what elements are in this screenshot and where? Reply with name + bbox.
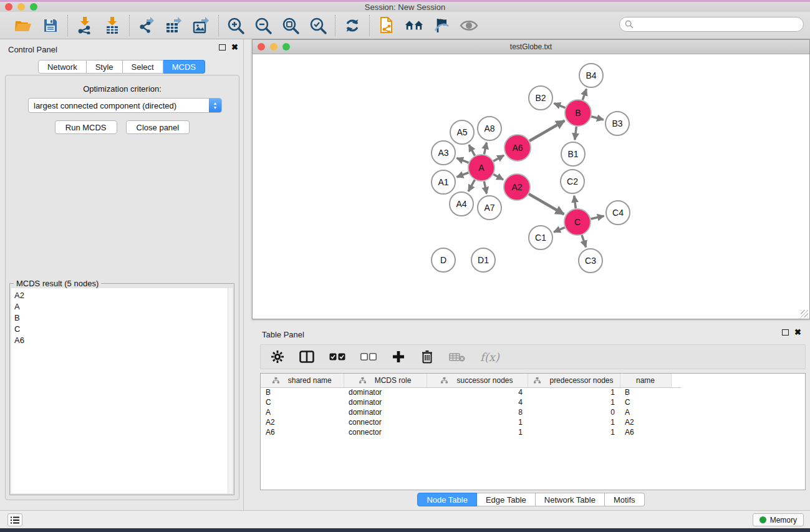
deselect-all-button[interactable] (360, 349, 377, 364)
zoom-selected-button[interactable] (309, 16, 327, 35)
edge-A-A2[interactable] (493, 175, 503, 180)
node-C3[interactable]: C3 (579, 249, 602, 273)
edge-C-C3[interactable] (582, 235, 586, 247)
node-A2[interactable]: A2 (504, 174, 530, 200)
resize-grip[interactable] (801, 310, 808, 317)
node-A8[interactable]: A8 (478, 117, 501, 140)
function-builder-button[interactable]: f(x) (480, 349, 499, 364)
edge-A-A4[interactable] (468, 180, 475, 191)
refresh-button[interactable] (343, 16, 362, 35)
table-row[interactable]: Cdominator41C (261, 397, 681, 407)
delete-table-button[interactable] (449, 349, 465, 364)
edge-A-A8[interactable] (484, 143, 486, 155)
node-A1[interactable]: A1 (432, 170, 455, 194)
column-header-name[interactable]: name (620, 374, 671, 387)
mcds-result-list[interactable]: A2ABCA6 (11, 288, 228, 493)
edge-A-A7[interactable] (484, 181, 486, 194)
node-B1[interactable]: B1 (561, 142, 585, 166)
column-header-shared-name[interactable]: shared name (261, 374, 344, 387)
node-D1[interactable]: D1 (471, 248, 495, 272)
tab-network[interactable]: Network (38, 60, 87, 74)
save-session-button[interactable] (41, 16, 60, 35)
edge-A6-B[interactable] (529, 120, 564, 141)
node-A3[interactable]: A3 (432, 141, 455, 165)
task-history-button[interactable] (7, 513, 22, 526)
table-float-icon[interactable] (782, 329, 789, 336)
hide-graphics-button[interactable] (432, 16, 451, 35)
node-A6[interactable]: A6 (504, 135, 531, 161)
table-tab-network-table[interactable]: Network Table (536, 493, 605, 506)
tab-style[interactable]: Style (87, 60, 123, 74)
network-canvas[interactable]: B4B2BB3A5A8A6A3B1AC2A1A2A4A7C4CC1C3DD1 (253, 54, 809, 319)
import-network-button[interactable] (75, 16, 94, 35)
edge-A-A1[interactable] (457, 173, 469, 177)
node-A7[interactable]: A7 (478, 196, 501, 220)
result-item[interactable]: A2 (14, 290, 228, 301)
column-header-predecessor-nodes[interactable]: predecessor nodes (528, 374, 620, 387)
node-C[interactable]: C (564, 209, 591, 235)
edge-A-A5[interactable] (469, 145, 475, 155)
result-scrollbar[interactable] (228, 288, 233, 493)
node-B2[interactable]: B2 (529, 86, 552, 110)
node-C4[interactable]: C4 (606, 201, 630, 225)
table-row[interactable]: A6connector11A6 (261, 427, 681, 437)
eye-button[interactable] (460, 16, 478, 35)
table-row[interactable]: A2connector11A2 (261, 417, 681, 427)
table-options-button[interactable] (271, 349, 284, 364)
table-tab-motifs[interactable]: Motifs (605, 493, 645, 506)
edge-C-C2[interactable] (574, 196, 576, 208)
network-from-file-button[interactable] (377, 16, 396, 35)
result-item[interactable]: C (14, 324, 228, 335)
node-B[interactable]: B (565, 100, 591, 126)
import-table-button[interactable] (103, 16, 122, 35)
result-item[interactable]: A (14, 301, 228, 312)
show-columns-button[interactable] (299, 349, 314, 364)
edge-A2-C[interactable] (529, 194, 564, 215)
edge-A-A3[interactable] (456, 158, 468, 163)
edge-B-B3[interactable] (591, 117, 604, 120)
node-B3[interactable]: B3 (605, 112, 629, 135)
tab-mcds[interactable]: MCDS (163, 60, 205, 74)
edge-C-C4[interactable] (591, 216, 604, 219)
column-header-successor-nodes[interactable]: successor nodes (427, 374, 528, 387)
node-A5[interactable]: A5 (450, 120, 474, 144)
node-A4[interactable]: A4 (450, 192, 473, 216)
edge-B-B2[interactable] (554, 104, 565, 108)
node-A[interactable]: A (468, 155, 494, 181)
open-session-button[interactable] (14, 16, 32, 35)
houses-button[interactable] (405, 16, 423, 35)
run-mcds-button[interactable]: Run MCDS (55, 120, 117, 134)
table-close-icon[interactable]: ✖ (794, 329, 801, 336)
table-tab-edge-table[interactable]: Edge Table (477, 493, 536, 506)
zoom-in-button[interactable] (226, 16, 245, 35)
select-all-button[interactable] (329, 349, 345, 364)
edge-B-B1[interactable] (575, 127, 577, 140)
tab-select[interactable]: Select (123, 60, 163, 74)
export-table-button[interactable] (165, 16, 183, 35)
close-panel-button[interactable]: Close panel (126, 120, 190, 134)
table-row[interactable]: Adominator80A (261, 407, 681, 417)
node-C1[interactable]: C1 (529, 226, 552, 249)
edge-B-B4[interactable] (582, 89, 586, 100)
float-panel-icon[interactable] (219, 44, 226, 51)
delete-column-button[interactable] (420, 349, 434, 364)
column-header-MCDS-role[interactable]: MCDS role (344, 374, 427, 387)
export-network-button[interactable] (137, 16, 156, 35)
table-row[interactable]: Bdominator41B (261, 387, 681, 397)
result-item[interactable]: A6 (14, 335, 228, 346)
edge-C-C1[interactable] (554, 228, 565, 232)
network-graph[interactable]: B4B2BB3A5A8A6A3B1AC2A1A2A4A7C4CC1C3DD1 (253, 54, 809, 319)
table-tab-node-table[interactable]: Node Table (417, 493, 477, 506)
edge-A-A6[interactable] (493, 155, 504, 161)
result-item[interactable]: B (14, 312, 228, 324)
memory-button[interactable]: Memory (753, 513, 804, 526)
node-B4[interactable]: B4 (579, 64, 603, 87)
add-column-button[interactable] (392, 349, 405, 364)
search-input[interactable] (619, 17, 804, 32)
node-C2[interactable]: C2 (561, 170, 584, 193)
export-image-button[interactable] (192, 16, 211, 35)
node-D[interactable]: D (432, 248, 455, 272)
criterion-select[interactable]: largest connected component (directed) ▲… (28, 98, 222, 113)
zoom-out-button[interactable] (254, 16, 272, 35)
zoom-fit-button[interactable] (281, 16, 300, 35)
